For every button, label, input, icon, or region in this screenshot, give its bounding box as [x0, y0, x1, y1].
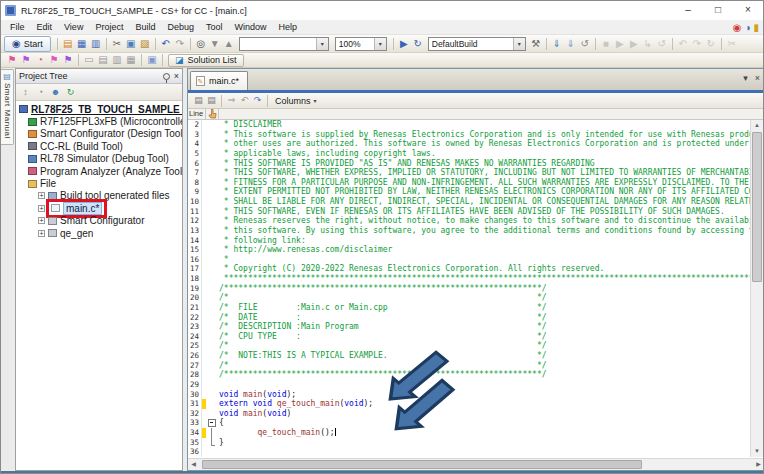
update-manager-icon[interactable]: ◉ [733, 22, 742, 34]
zoom-combo[interactable]: 100%▾ [335, 37, 387, 51]
menu-file[interactable]: File [4, 20, 31, 34]
fold-mid-icon[interactable] [206, 428, 219, 438]
code-text[interactable]: * This software is supplied by Renesas E… [219, 130, 751, 140]
vertical-scroll-thumb[interactable] [752, 132, 762, 282]
expand-icon[interactable]: + [38, 205, 45, 212]
code-text[interactable]: * Renesas reserves the right, without no… [219, 216, 751, 226]
tree-item-program-analyzer-analyze-tool-[interactable]: Program Analyzer (Analyze Tool) [16, 165, 182, 177]
code-text[interactable]: /* DATE : */ [219, 313, 751, 323]
tree-item-smart-configurator[interactable]: +Smart Configurator [16, 215, 182, 227]
tree-root-item[interactable]: RL78F25_TB_TOUCH_SAMPLE (Project)* [16, 103, 182, 115]
code-text[interactable]: * SHALL BE LIABLE FOR ANY DIRECT, INDIRE… [219, 197, 751, 207]
code-text[interactable]: /* */ [219, 361, 751, 371]
code-text[interactable]: /* DESCRIPTION :Main Program */ [219, 322, 751, 332]
qe-tool2-icon[interactable]: ⚑ [61, 53, 75, 67]
comment-list-icon[interactable]: ▥ [110, 53, 124, 67]
download-icon[interactable]: ⇓ [564, 37, 578, 51]
tree-item-main-c-[interactable]: +main.c* [16, 202, 182, 214]
tree-item-file[interactable]: File [16, 177, 182, 189]
code-text[interactable]: extern void qe_touch_main(void); [219, 399, 751, 409]
tab-main-c[interactable]: ✎ main.c* [190, 71, 248, 90]
comment-balloon-icon[interactable]: ▤ [96, 53, 110, 67]
horizontal-scrollbar[interactable]: ◀ ▶ [188, 458, 764, 470]
fold-start-icon[interactable] [206, 418, 219, 428]
expand-icon[interactable]: + [38, 230, 45, 237]
code-text[interactable]: ****************************************… [219, 274, 751, 284]
smart-manual-tab[interactable]: ▤ Smart Manual [1, 69, 14, 145]
back-icon[interactable]: ↶ [238, 94, 251, 107]
code-area[interactable]: 2 * DISCLAIMER3 * This software is suppl… [188, 120, 764, 458]
find-prev-icon[interactable]: ▲ [222, 37, 236, 51]
menu-build[interactable]: Build [129, 20, 161, 34]
tree-item-r7f125fpl3xfb-microcontroller-[interactable]: R7F125FPL3xFB (Microcontroller) [16, 115, 182, 127]
clock-icon[interactable]: ◔ [34, 86, 47, 99]
qe-graph-icon[interactable]: ◔ [33, 53, 47, 67]
qe-flag1-icon[interactable]: ⚑ [5, 53, 19, 67]
collapse-all-icon[interactable]: ↕ [19, 86, 32, 99]
code-text[interactable]: * THIS SOFTWARE, EVEN IF RENESAS OR ITS … [219, 207, 751, 217]
redo-icon[interactable]: ↷ [173, 37, 187, 51]
combo-dropdown-icon[interactable]: ▾ [513, 38, 525, 50]
code-text[interactable]: /* */ [219, 341, 751, 351]
balloon-pair-icon[interactable]: ▣ [145, 53, 159, 67]
solution-list-button[interactable]: ◪ Solution List [168, 54, 244, 67]
code-text[interactable]: * this software. By using this software,… [219, 226, 751, 236]
menu-tool[interactable]: Tool [200, 20, 229, 34]
horizontal-scroll-thumb[interactable] [202, 460, 642, 469]
code-text[interactable] [219, 447, 751, 457]
start-button[interactable]: ◉ Start [4, 36, 51, 52]
comment-search-icon[interactable]: ▦ [124, 53, 138, 67]
code-text[interactable] [219, 380, 751, 390]
code-text[interactable]: /* CPU TYPE : */ [219, 332, 751, 342]
paste-icon[interactable]: ▨ [138, 37, 152, 51]
qe-tool1-icon[interactable]: ⚑ [47, 53, 61, 67]
file-list-dropdown-icon[interactable]: ▾ [743, 73, 748, 83]
menu-edit[interactable]: Edit [31, 20, 59, 34]
code-text[interactable]: /***************************************… [219, 370, 751, 380]
scroll-right-icon[interactable]: ▶ [753, 459, 764, 470]
save-icon[interactable]: ▦ [75, 37, 89, 51]
cut-icon[interactable]: ✂ [110, 37, 124, 51]
expand-icon[interactable]: + [38, 217, 45, 224]
hammer-icon[interactable]: ⚒ [529, 37, 543, 51]
code-text[interactable]: * other uses are authorized. This softwa… [219, 139, 751, 149]
menu-help[interactable]: Help [272, 20, 303, 34]
go-to-icon[interactable]: ⇒ [225, 94, 238, 107]
tree-item-cc-rl-build-tool-[interactable]: CC-RL (Build Tool) [16, 140, 182, 152]
scroll-left-icon[interactable]: ◀ [188, 459, 199, 470]
comment-box-icon[interactable]: ▭ [82, 53, 96, 67]
menu-project[interactable]: Project [89, 20, 129, 34]
build-combo[interactable]: DefaultBuild▾ [428, 37, 526, 51]
rebuild-download-icon[interactable]: ↺ [578, 37, 592, 51]
copy-icon[interactable]: ▣ [124, 37, 138, 51]
code-text[interactable]: void main(void); [219, 390, 751, 400]
code-text[interactable]: * EXTENT PERMITTED NOT PROHIBITED BY LAW… [219, 187, 751, 197]
combo-dropdown-icon[interactable]: ▾ [316, 38, 328, 50]
code-text[interactable]: * DISCLAIMER [219, 120, 751, 130]
maximize-button[interactable]: □ [703, 1, 733, 20]
code-text[interactable]: /***************************************… [219, 284, 751, 294]
vertical-scrollbar[interactable]: ▲ ▼ [750, 120, 763, 457]
search-combo[interactable]: ▾ [239, 37, 329, 51]
save-all-icon[interactable]: ▥ [89, 37, 103, 51]
code-text[interactable]: { [219, 418, 751, 428]
undo-icon[interactable]: ↶ [159, 37, 173, 51]
columns-dropdown[interactable]: Columns ▾ [271, 96, 321, 106]
build-project-icon[interactable]: ▶ [397, 37, 411, 51]
fold-end-icon[interactable] [206, 438, 219, 448]
jump-to-function-icon[interactable]: ▤ [192, 94, 205, 107]
web-help-icon[interactable]: ◑ [744, 22, 750, 34]
code-text[interactable]: /* FILE :Main.c or Main.cpp */ [219, 303, 751, 313]
menu-window[interactable]: Window [228, 20, 272, 34]
code-text[interactable]: * [219, 255, 751, 265]
combo-dropdown-icon[interactable]: ▾ [374, 38, 386, 50]
close-panel-icon[interactable]: × [174, 72, 179, 81]
rebuild-project-icon[interactable]: ↻ [411, 37, 425, 51]
qe-flag2-icon[interactable]: ⚑ [19, 53, 33, 67]
scroll-down-icon[interactable]: ▼ [751, 446, 763, 457]
find-icon[interactable]: ◎ [194, 37, 208, 51]
add-file-icon[interactable]: ▤ [61, 37, 75, 51]
code-text[interactable]: * http://www.renesas.com/disclaimer [219, 245, 751, 255]
code-text[interactable]: * THIS SOFTWARE IS PROVIDED "AS IS" AND … [219, 159, 751, 169]
tree-item-qe-gen[interactable]: +qe_gen [16, 227, 182, 239]
